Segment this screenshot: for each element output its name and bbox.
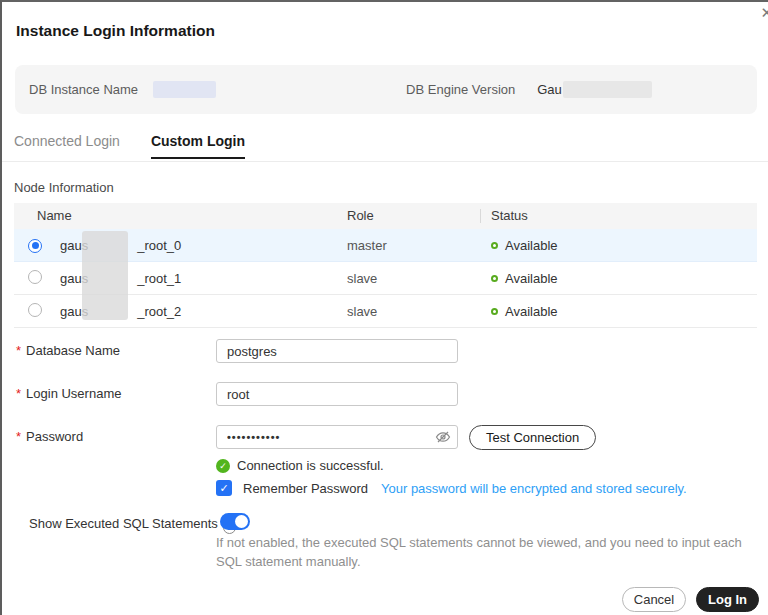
db-engine-version-redacted — [563, 81, 652, 98]
column-header-role: Role — [347, 203, 480, 229]
password-label: Password — [16, 429, 83, 444]
database-name-label: Database Name — [16, 343, 120, 358]
password-encryption-note: Your password will be encrypted and stor… — [381, 481, 687, 496]
db-engine-version-prefix: Gau — [537, 82, 562, 97]
close-icon[interactable]: ✕ — [760, 5, 768, 20]
available-status-icon — [491, 275, 498, 282]
test-connection-button[interactable]: Test Connection — [469, 425, 596, 450]
column-divider — [480, 209, 481, 223]
show-sql-help-text: If not enabled, the executed SQL stateme… — [216, 534, 766, 572]
tab-custom-login[interactable]: Custom Login — [151, 133, 245, 163]
radio-node-0[interactable] — [28, 239, 42, 253]
remember-password-checkbox[interactable]: ✓ — [216, 480, 232, 496]
login-tabs: Connected Login Custom Login — [14, 133, 245, 163]
db-instance-name-redacted — [153, 81, 216, 98]
column-header-name: Name — [37, 203, 347, 229]
radio-node-2[interactable] — [28, 303, 42, 317]
node-name-0: gaus_root_0 — [60, 238, 347, 253]
remember-password-label: Remember Password — [243, 481, 368, 496]
node-status-0: Available — [480, 238, 757, 253]
table-row-node-0[interactable]: gaus_root_0 master Available — [14, 229, 757, 262]
instance-login-dialog: ✕ Instance Login Information DB Instance… — [0, 0, 768, 615]
login-username-label: Login Username — [16, 386, 121, 401]
table-row-node-1[interactable]: gaus_root_1 slave Available — [14, 262, 757, 295]
radio-node-1[interactable] — [28, 270, 42, 284]
tab-connected-login[interactable]: Connected Login — [14, 133, 120, 163]
node-name-1: gaus_root_1 — [60, 271, 347, 286]
node-table: Name Role Status gaus_root_0 master Avai… — [14, 203, 757, 328]
remember-password-row: ✓ Remember Password Your password will b… — [216, 480, 687, 496]
node-information-title: Node Information — [14, 180, 114, 195]
db-engine-version-value: Gau — [537, 81, 652, 98]
node-table-header: Name Role Status — [14, 203, 757, 229]
show-sql-toggle[interactable] — [220, 513, 250, 530]
node-role-0: master — [347, 238, 480, 253]
node-status-1: Available — [480, 271, 757, 286]
log-in-button[interactable]: Log In — [696, 587, 759, 612]
tabs-divider — [2, 161, 768, 162]
node-role-2: slave — [347, 304, 480, 319]
node-status-2: Available — [480, 304, 757, 319]
node-role-1: slave — [347, 271, 480, 286]
success-check-icon: ✓ — [216, 459, 230, 473]
login-username-input[interactable] — [216, 382, 458, 406]
show-sql-label: Show Executed SQL Statements? — [29, 516, 236, 534]
password-input[interactable] — [216, 425, 458, 449]
node-name-2: gaus_root_2 — [60, 304, 347, 319]
database-name-input[interactable] — [216, 339, 458, 363]
available-status-icon — [491, 308, 498, 315]
dialog-title: Instance Login Information — [16, 22, 215, 40]
db-engine-version-label: DB Engine Version — [406, 82, 515, 97]
table-row-node-2[interactable]: gaus_root_2 slave Available — [14, 295, 757, 328]
instance-info-bar: DB Instance Name DB Engine Version Gau — [15, 65, 757, 114]
column-header-status: Status — [480, 203, 757, 229]
show-password-eye-icon[interactable] — [434, 428, 452, 446]
cancel-button[interactable]: Cancel — [622, 587, 686, 612]
connection-status-message: ✓ Connection is successful. — [216, 458, 384, 473]
available-status-icon — [491, 242, 498, 249]
db-instance-name-label: DB Instance Name — [29, 82, 138, 97]
